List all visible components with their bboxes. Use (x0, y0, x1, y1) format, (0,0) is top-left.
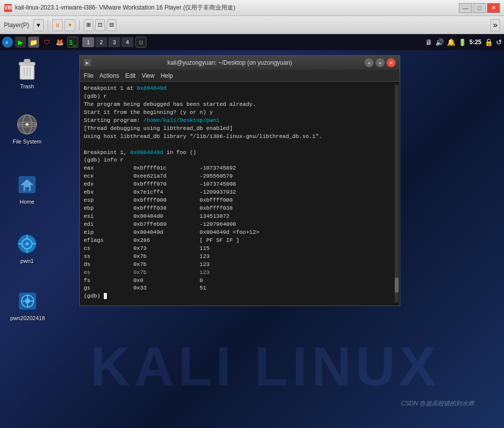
terminal2-icon[interactable]: $_ (67, 37, 78, 48)
terminal-menu-actions[interactable]: Actions (99, 72, 119, 79)
kali-taskbar-top: K ▶ 📁 🛡 🦊 $_ 1 2 3 4 ⊡ 🖥 🔊 🔔 🔋 5:25 🔒 ↺ (0, 34, 504, 50)
close-button[interactable]: ✕ (487, 3, 500, 13)
toolbar-right: » (490, 19, 500, 31)
pwn20202418-label: pwn20202418 (10, 315, 45, 321)
firefox-icon[interactable]: 🦊 (54, 37, 65, 48)
minimize-button[interactable]: — (459, 3, 472, 13)
svg-rect-4 (24, 59, 30, 63)
terminal-content[interactable]: Breakpoint 1 at 0x804849d (gdb) r The pr… (80, 82, 400, 306)
lock-icon[interactable]: 🔒 (484, 38, 493, 46)
vmware-toolbar: Player(P) ▼ ⏸ ▼ ⊞ ⊡ ⊟ » (0, 16, 504, 34)
workspace-1-button[interactable]: 1 (82, 37, 94, 47)
terminal-titlebar: ▶ kali@yuzongyuan: ~/Desktop (on yuzongy… (80, 56, 400, 70)
terminal-maximize[interactable]: ● (376, 58, 385, 67)
kali-desktop: KALI LINUX Trash File System (0, 50, 504, 428)
shield-icon[interactable]: 🛡 (41, 37, 52, 48)
workspace-3-button[interactable]: 3 (108, 37, 120, 47)
toolbar-divider (48, 20, 48, 30)
kali-dragon-icon[interactable]: K (2, 37, 13, 48)
terminal-menu-help[interactable]: Help (160, 72, 173, 79)
vmware-icon: VM (4, 4, 12, 12)
terminal-scrollbar[interactable] (395, 85, 399, 303)
terminal-minimize[interactable]: ● (365, 58, 374, 67)
volume-icon[interactable]: 🔊 (435, 38, 444, 46)
kali-background-text: KALI LINUX (90, 334, 440, 398)
clock-display: 5:25 (469, 39, 481, 46)
battery-icon: 🔋 (458, 39, 466, 46)
home-label: Home (20, 199, 34, 205)
svg-point-25 (25, 299, 30, 304)
workspace-buttons: 1 2 3 4 (82, 37, 133, 47)
terminal-titlebar-icon: ▶ (84, 59, 91, 66)
window-controls: — □ ✕ (459, 3, 500, 13)
svg-rect-15 (25, 187, 29, 191)
power-icon[interactable]: ↺ (496, 38, 502, 46)
desktop-icon-trash[interactable]: Trash (7, 55, 47, 91)
monitor-status-icon: 🖥 (425, 38, 432, 46)
toolbar-settings[interactable]: » (490, 19, 500, 31)
csdn-watermark: CSDN @超高校级的刘水师 (401, 399, 474, 408)
toolbar-divider2 (79, 20, 80, 30)
terminal-title: kali@yuzongyuan: ~/Desktop (on yuzongyua… (95, 59, 365, 66)
terminal-controls: ● ● ✕ (365, 58, 396, 67)
notification-icon[interactable]: 🔔 (447, 38, 455, 46)
terminal-menubar: File Actions Edit View Help (80, 70, 400, 82)
unity-mode[interactable]: ⊡ (95, 19, 105, 31)
taskbar-right: 🖥 🔊 🔔 🔋 5:25 🔒 ↺ (425, 38, 502, 46)
desktop-icon-home[interactable]: Home (7, 171, 47, 207)
terminal-window: ▶ kali@yuzongyuan: ~/Desktop (on yuzongy… (79, 55, 400, 306)
svg-point-18 (26, 242, 29, 245)
player-label: Player(P) (4, 22, 29, 29)
pause-dropdown[interactable]: ▼ (65, 19, 75, 31)
maximize-button[interactable]: □ (473, 3, 486, 13)
desktop-icon-filesystem[interactable]: File System (7, 110, 47, 147)
trash-icon (15, 57, 39, 81)
terminal3-icon[interactable]: ⊡ (135, 37, 146, 48)
terminal-scrollbar-thumb (395, 277, 399, 293)
svg-text:K: K (6, 40, 9, 45)
pwn1-icon (15, 232, 39, 256)
trash-label: Trash (20, 83, 34, 89)
filesystem-label: File System (13, 138, 41, 145)
pause-button[interactable]: ⏸ (52, 19, 63, 31)
fit-guest[interactable]: ⊟ (107, 19, 116, 31)
terminal-menu-file[interactable]: File (84, 72, 93, 79)
desktop-icon-pwn1[interactable]: pwn1 (7, 230, 47, 266)
vmware-titlebar: VM kali-linux-2023.1-vmware-i386- VMware… (0, 0, 504, 16)
pwn1-label: pwn1 (21, 258, 34, 264)
vmware-title: kali-linux-2023.1-vmware-i386- VMware Wo… (15, 4, 459, 12)
terminal-output: Breakpoint 1 at 0x804849d (gdb) r The pr… (84, 85, 396, 301)
home-icon (15, 173, 39, 197)
workspace-4-button[interactable]: 4 (121, 37, 133, 47)
terminal-icon[interactable]: ▶ (15, 37, 26, 48)
player-dropdown-button[interactable]: ▼ (33, 19, 44, 31)
terminal-close[interactable]: ✕ (387, 58, 396, 67)
workspace-2-button[interactable]: 2 (95, 37, 107, 47)
files-icon[interactable]: 📁 (28, 37, 39, 48)
terminal-menu-edit[interactable]: Edit (125, 72, 136, 79)
svg-point-12 (26, 123, 29, 126)
terminal-menu-view[interactable]: View (141, 72, 154, 79)
desktop-icon-pwn20202418[interactable]: pwn20202418 (5, 287, 50, 323)
send-ctrl-alt-del[interactable]: ⊞ (84, 19, 93, 31)
pwn20202418-icon (16, 289, 40, 313)
filesystem-icon (15, 112, 39, 136)
